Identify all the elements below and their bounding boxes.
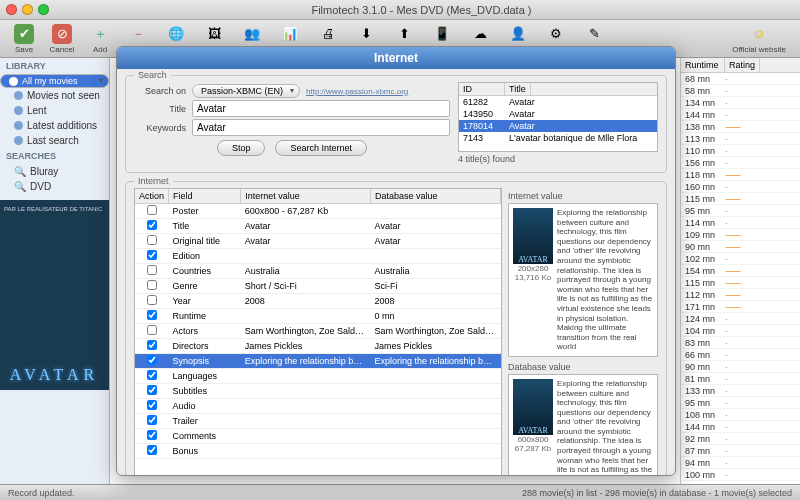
runtime-row[interactable]: 83 mn- [681, 337, 800, 349]
search-internet-button[interactable]: Search Internet [275, 140, 367, 156]
runtime-row[interactable]: 90 mn- [681, 361, 800, 373]
field-checkbox[interactable] [147, 280, 157, 290]
add-button[interactable]: ＋Add [82, 22, 118, 56]
field-row[interactable]: CountriesAustraliaAustralia [135, 264, 501, 279]
runtime-row[interactable]: 112 mn--------- [681, 289, 800, 301]
runtime-row[interactable]: 92 mn- [681, 433, 800, 445]
col-runtime[interactable]: Runtime [681, 58, 725, 72]
runtime-row[interactable]: 171 mn--------- [681, 301, 800, 313]
cancel-button[interactable]: ⊘Cancel [44, 22, 80, 56]
field-checkbox[interactable] [147, 250, 157, 260]
field-checkbox[interactable] [147, 265, 157, 275]
sidebar-item[interactable]: Lent [0, 103, 109, 118]
result-row[interactable]: 143950Avatar [459, 108, 657, 120]
runtime-row[interactable]: 68 mn- [681, 73, 800, 85]
field-row[interactable]: Bonus [135, 444, 501, 459]
field-row[interactable]: ActorsSam Worthington, Zoe SaldanaSam Wo… [135, 324, 501, 339]
field-checkbox[interactable] [147, 235, 157, 245]
field-table[interactable]: Action Field Internet value Database val… [134, 188, 502, 476]
runtime-row[interactable]: 95 mn- [681, 205, 800, 217]
runtime-row[interactable]: 66 mn- [681, 349, 800, 361]
stop-button[interactable]: Stop [217, 140, 266, 156]
field-row[interactable]: Subtitles [135, 384, 501, 399]
sidebar-search-item[interactable]: 🔍DVD [0, 179, 109, 194]
runtime-row[interactable]: 154 mn--------- [681, 265, 800, 277]
field-row[interactable]: GenreShort / Sci-FiSci-Fi [135, 279, 501, 294]
close-window-icon[interactable] [6, 4, 17, 15]
field-checkbox[interactable] [147, 370, 157, 380]
runtime-row[interactable]: 110 mn- [681, 145, 800, 157]
runtime-row[interactable]: 104 mn- [681, 325, 800, 337]
source-link[interactable]: http://www.passion-xbmc.org [306, 87, 408, 96]
title-input[interactable] [192, 100, 450, 117]
result-row[interactable]: 61282Avatar [459, 96, 657, 108]
field-checkbox[interactable] [147, 415, 157, 425]
runtime-row[interactable]: 108 mn- [681, 409, 800, 421]
runtime-row[interactable]: 113 mn- [681, 133, 800, 145]
runtime-row[interactable]: 144 mn- [681, 421, 800, 433]
runtime-row[interactable]: 115 mn--------- [681, 277, 800, 289]
sidebar-item[interactable]: Latest additions [0, 118, 109, 133]
field-checkbox[interactable] [147, 205, 157, 215]
field-row[interactable]: Comments [135, 429, 501, 444]
field-checkbox[interactable] [147, 355, 157, 365]
runtime-row[interactable]: 81 mn- [681, 373, 800, 385]
sidebar-search-item[interactable]: 🔍Bluray [0, 164, 109, 179]
col-rating[interactable]: Rating [725, 58, 760, 72]
runtime-row[interactable]: 133 mn- [681, 385, 800, 397]
official-website-button[interactable]: ☺Official website [724, 22, 794, 56]
field-row[interactable]: Languages [135, 369, 501, 384]
runtime-row[interactable]: 102 mn- [681, 253, 800, 265]
minimize-window-icon[interactable] [22, 4, 33, 15]
field-row[interactable]: DirectorsJames PicklesJames Pickles [135, 339, 501, 354]
field-row[interactable]: Audio [135, 399, 501, 414]
runtime-row[interactable]: 156 mn- [681, 157, 800, 169]
field-checkbox[interactable] [147, 340, 157, 350]
runtime-row[interactable]: 134 mn- [681, 97, 800, 109]
field-checkbox[interactable] [147, 325, 157, 335]
field-row[interactable]: Trailer [135, 414, 501, 429]
zoom-window-icon[interactable] [38, 4, 49, 15]
runtime-row[interactable]: 87 mn- [681, 445, 800, 457]
field-row[interactable]: Year20082008 [135, 294, 501, 309]
runtime-row[interactable]: 94 mn- [681, 457, 800, 469]
field-checkbox[interactable] [147, 220, 157, 230]
runtime-row[interactable]: 58 mn- [681, 85, 800, 97]
runtime-row[interactable]: 124 mn- [681, 313, 800, 325]
field-row[interactable]: Edition [135, 249, 501, 264]
field-checkbox[interactable] [147, 295, 157, 305]
internet-dialog: Internet Search Search on Passion-XBMC (… [116, 46, 676, 476]
runtime-row[interactable]: 115 mn--------- [681, 193, 800, 205]
save-button[interactable]: ✔Save [6, 22, 42, 56]
field-checkbox[interactable] [147, 400, 157, 410]
field-checkbox[interactable] [147, 445, 157, 455]
field-row[interactable]: Original titleAvatarAvatar [135, 234, 501, 249]
field-checkbox[interactable] [147, 310, 157, 320]
result-row[interactable]: 178014Avatar [459, 120, 657, 132]
runtime-row[interactable]: 114 mn- [681, 217, 800, 229]
runtime-row[interactable]: 118 mn--------- [681, 169, 800, 181]
search-results-table[interactable]: ID Title 61282Avatar143950Avatar178014Av… [458, 82, 658, 152]
result-row[interactable]: 7143L'avatar botanique de Mlle Flora [459, 132, 657, 144]
sidebar-item[interactable]: Last search [0, 133, 109, 148]
runtime-row[interactable]: 160 mn- [681, 181, 800, 193]
field-row[interactable]: Runtime0 mn [135, 309, 501, 324]
runtime-row[interactable]: 100 mn- [681, 469, 800, 481]
field-checkbox[interactable] [147, 430, 157, 440]
keywords-input[interactable] [192, 119, 450, 136]
runtime-row[interactable]: 138 mn--------- [681, 121, 800, 133]
sidebar-item[interactable]: All my movies [0, 74, 109, 88]
col-id[interactable]: ID [459, 83, 505, 95]
runtime-row[interactable]: 90 mn--------- [681, 241, 800, 253]
col-title[interactable]: Title [505, 83, 531, 95]
sidebar-searches-head: SEARCHES [0, 148, 109, 164]
field-row[interactable]: Poster600x800 - 67,287 Kb [135, 204, 501, 219]
runtime-row[interactable]: 95 mn- [681, 397, 800, 409]
field-row[interactable]: SynopsisExploring the relationship betwe… [135, 354, 501, 369]
runtime-row[interactable]: 144 mn- [681, 109, 800, 121]
runtime-row[interactable]: 109 mn--------- [681, 229, 800, 241]
field-checkbox[interactable] [147, 385, 157, 395]
source-select[interactable]: Passion-XBMC (EN) [192, 84, 300, 98]
sidebar-item[interactable]: Movies not seen [0, 88, 109, 103]
field-row[interactable]: TitleAvatarAvatar [135, 219, 501, 234]
